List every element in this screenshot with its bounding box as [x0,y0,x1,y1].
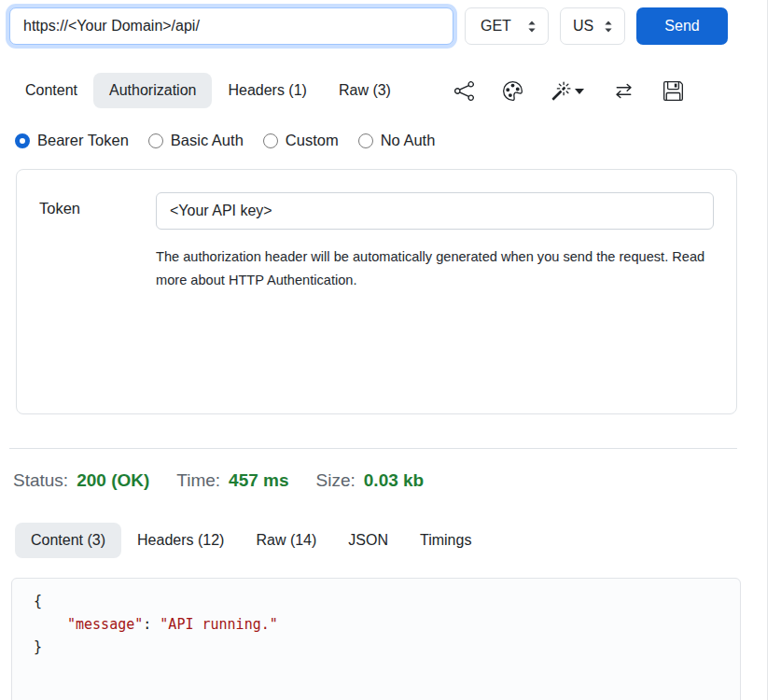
radio-no-auth[interactable]: No Auth [358,132,436,149]
request-tabs: Content Authorization Headers (1) Raw (3… [9,73,407,108]
toolbar [454,81,728,101]
response-status-row: Status: 200 (OK) Time: 457 ms Size: 0.03… [9,470,728,491]
radio-unselected-icon [263,133,278,148]
size-value: 0.03 kb [364,470,424,491]
send-button[interactable]: Send [636,7,728,45]
radio-unselected-icon [148,133,163,148]
region-select-value: US [573,18,593,35]
resp-tab-timings[interactable]: Timings [404,523,487,558]
request-tabs-row: Content Authorization Headers (1) Raw (3… [9,73,728,108]
json-value: "API running." [160,616,277,633]
time-pair: Time: 457 ms [176,470,288,491]
time-label: Time: [176,470,220,491]
response-body-panel: { "message": "API running." } [11,578,741,700]
size-label: Size: [316,470,356,491]
url-input[interactable] [9,7,453,45]
radio-basic-auth[interactable]: Basic Auth [148,132,244,149]
method-select-value: GET [481,18,511,35]
radio-unselected-icon [358,133,373,148]
magic-wand-icon[interactable] [551,81,584,101]
size-pair: Size: 0.03 kb [316,470,425,491]
palette-icon[interactable] [503,81,523,101]
tab-authorization[interactable]: Authorization [93,73,212,108]
status-label: Status: [13,470,68,491]
tab-headers[interactable]: Headers (1) [212,73,322,108]
radio-label: Basic Auth [171,132,244,149]
select-arrows-icon [527,21,537,33]
share-icon[interactable] [454,81,474,101]
code-line: "message": "API running." [34,613,740,637]
status-pair: Status: 200 (OK) [13,470,149,491]
tab-content[interactable]: Content [9,73,93,108]
radio-custom[interactable]: Custom [263,132,339,149]
radio-label: No Auth [381,132,436,149]
auth-type-options: Bearer Token Basic Auth Custom No Auth [9,132,728,149]
save-icon[interactable] [663,81,683,101]
page-right-edge [767,0,768,700]
section-divider [9,448,737,449]
code-line: { [34,590,740,613]
token-label: Token [39,192,156,217]
resp-tab-headers[interactable]: Headers (12) [121,523,240,558]
swap-arrows-icon[interactable] [613,81,635,101]
radio-bearer-token[interactable]: Bearer Token [15,132,129,149]
code-line: } [34,636,740,659]
radio-label: Bearer Token [37,132,129,149]
token-help-text: The authorization header will be automat… [156,245,714,292]
request-bar: GET US Send [9,7,728,45]
json-key: "message" [67,616,143,633]
json-colon: : [143,616,160,633]
token-input[interactable] [156,192,714,230]
radio-label: Custom [286,132,339,149]
time-value: 457 ms [229,470,288,491]
bearer-token-card: Token The authorization header will be a… [16,169,737,414]
response-tabs: Content (3) Headers (12) Raw (14) JSON T… [9,523,728,558]
api-client-panel: GET US Send Content Authorization Header… [0,0,728,700]
tab-raw[interactable]: Raw (3) [323,73,407,108]
status-value: 200 (OK) [77,470,149,491]
resp-tab-json[interactable]: JSON [332,523,404,558]
chevron-down-icon [575,89,584,94]
token-main: The authorization header will be automat… [156,192,714,292]
method-select[interactable]: GET [465,7,549,45]
select-arrows-icon [604,21,613,33]
region-select[interactable]: US [560,7,625,45]
resp-tab-content[interactable]: Content (3) [15,523,121,558]
radio-selected-icon [15,133,30,148]
resp-tab-raw[interactable]: Raw (14) [240,523,332,558]
